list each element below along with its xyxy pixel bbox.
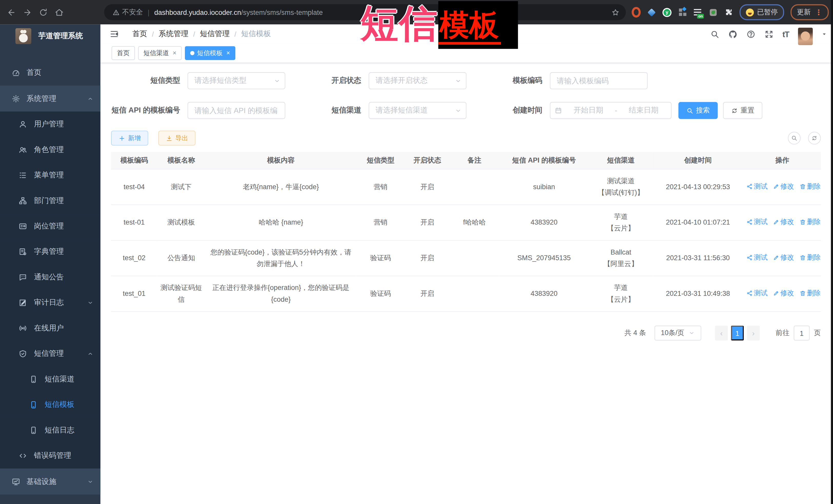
sidebar-item-role-management[interactable]: 角色管理	[0, 137, 100, 163]
extension-list-icon[interactable]: on	[693, 8, 702, 17]
修改-link[interactable]: 修改	[773, 216, 794, 228]
breadcrumb-item[interactable]: 首页	[132, 29, 147, 39]
cell-actions: 测试修改删除	[744, 276, 821, 311]
create-time-label: 创建时间	[467, 105, 550, 115]
修改-link[interactable]: 修改	[773, 252, 794, 264]
sidebar-item-dict-management[interactable]: 字典管理	[0, 239, 100, 264]
address-bar[interactable]: 不安全 | dashboard.yudao.iocoder.cn/system/…	[104, 4, 626, 20]
sidebar-item-notice-announcement[interactable]: 通知公告	[0, 265, 100, 290]
测试-link[interactable]: 测试	[746, 181, 768, 193]
create-time-range-picker[interactable]: 开始日期 - 结束日期	[550, 102, 672, 119]
font-size-icon[interactable]: tT	[783, 29, 789, 39]
extension-kite-icon[interactable]	[647, 8, 656, 17]
sidebar-item-dept-management[interactable]: 部门管理	[0, 188, 100, 214]
share-icon	[746, 183, 753, 190]
测试-link[interactable]: 测试	[746, 287, 768, 299]
search-button[interactable]: 搜索	[679, 102, 718, 119]
sidebar-item-home[interactable]: 首页	[0, 59, 100, 86]
api-template-id-input[interactable]	[188, 102, 285, 118]
active-tag-dot	[190, 51, 195, 55]
breadcrumb-item[interactable]: 系统管理	[159, 29, 188, 39]
删除-link[interactable]: 删除	[800, 252, 821, 264]
template-code-input[interactable]	[550, 73, 647, 89]
sidebar-item-system-management[interactable]: 系统管理	[0, 86, 100, 112]
sidebar-item-sms-log[interactable]: 短信日志	[0, 417, 100, 443]
address-separator: |	[148, 8, 149, 16]
cell-text: 测试下	[157, 175, 205, 199]
current-page-button[interactable]: 1	[731, 326, 744, 340]
export-button[interactable]: 导出	[158, 131, 195, 146]
user-avatar[interactable]	[798, 27, 813, 45]
refresh-table-button[interactable]	[808, 132, 821, 145]
sidebar-item-online-users[interactable]: 在线用户	[0, 316, 100, 341]
close-tag-icon[interactable]: ×	[227, 49, 230, 57]
goto-page-input[interactable]: 1	[794, 326, 810, 340]
tag-短信模板[interactable]: 短信模板×	[185, 46, 235, 60]
browser-forward-icon[interactable]	[23, 8, 32, 17]
sidebar-item-error-code-management[interactable]: 错误码管理	[0, 443, 100, 469]
sidebar-item-sms-template[interactable]: 短信模板	[0, 392, 100, 417]
trash-icon	[800, 219, 806, 225]
sidebar-item-post-management[interactable]: 岗位管理	[0, 214, 100, 239]
breadcrumb-item[interactable]: 短信管理	[200, 29, 230, 39]
page-size-select[interactable]: 10条/页	[654, 326, 701, 340]
sidebar-logo-row[interactable]: 芋道管理系统	[0, 24, 100, 48]
tag-label: 首页	[117, 49, 130, 58]
browser-update-chip[interactable]: 更新 ⋮	[790, 4, 829, 20]
sms-type-select[interactable]: 请选择短信类型	[187, 72, 285, 89]
next-page-button[interactable]: ›	[747, 326, 760, 340]
status-select[interactable]: 请选择开启状态	[369, 72, 467, 89]
sidebar-item-audit-log[interactable]: 审计日志	[0, 290, 100, 315]
修改-link[interactable]: 修改	[773, 181, 794, 193]
browser-profile-chip[interactable]: 已暂停	[739, 4, 784, 20]
app-frame: 芋道管理系统 首页系统管理用户管理角色管理菜单管理部门管理岗位管理字典管理通知公…	[0, 24, 833, 504]
api-template-id-field[interactable]	[187, 102, 285, 119]
cell-remark	[450, 240, 499, 276]
chevron-down-icon	[455, 77, 462, 84]
cell-text: 测试模板	[157, 211, 205, 234]
header-search-icon[interactable]	[710, 29, 719, 39]
bookmark-star-icon[interactable]	[612, 8, 619, 16]
sidebar-item-sms-channel[interactable]: 短信渠道	[0, 367, 100, 392]
add-button[interactable]: 新增	[111, 131, 148, 146]
browser-home-icon[interactable]	[55, 8, 64, 17]
sidebar-item-infrastructure[interactable]: 基础设施	[0, 469, 100, 495]
fullscreen-icon[interactable]	[764, 29, 773, 39]
close-tag-icon[interactable]: ×	[172, 49, 176, 57]
extensions-puzzle-icon[interactable]	[724, 8, 733, 17]
extension-y-icon[interactable]: y	[663, 8, 671, 17]
extension-grid-icon[interactable]	[678, 8, 687, 17]
sidebar-item-sms-management[interactable]: 短信管理	[0, 341, 100, 366]
browser-menu-icon[interactable]: ⋮	[815, 8, 823, 17]
tag-短信渠道[interactable]: 短信渠道×	[138, 46, 182, 60]
gear-icon	[12, 94, 20, 103]
plus-icon	[118, 135, 125, 142]
github-icon[interactable]	[728, 29, 737, 39]
sidebar-item-user-management[interactable]: 用户管理	[0, 112, 100, 137]
sidebar-item-label: 首页	[27, 68, 42, 77]
avatar-caret-icon[interactable]	[822, 31, 827, 37]
sidebar-item-menu-management[interactable]: 菜单管理	[0, 163, 100, 188]
测试-link[interactable]: 测试	[746, 252, 768, 264]
删除-link[interactable]: 删除	[800, 181, 821, 193]
template-code-field[interactable]	[550, 72, 648, 89]
table-row: test_01测试验证码短信正在进行登录操作{operation}，您的验证码是…	[111, 276, 821, 311]
show-search-toggle-button[interactable]	[788, 132, 801, 145]
extension-ring-icon[interactable]	[632, 8, 641, 17]
测试-link[interactable]: 测试	[746, 216, 768, 228]
cell-api_id: suibian	[499, 169, 590, 205]
cell-actions: 测试修改删除	[744, 169, 821, 205]
extension-pen-icon[interactable]	[709, 8, 718, 17]
tag-首页[interactable]: 首页	[112, 46, 135, 60]
prev-page-button[interactable]: ‹	[715, 326, 728, 340]
help-icon[interactable]	[746, 29, 755, 39]
browser-reload-icon[interactable]	[39, 8, 48, 17]
browser-back-icon[interactable]	[7, 8, 16, 17]
修改-link[interactable]: 修改	[773, 287, 794, 299]
reset-button[interactable]: 重置	[723, 102, 762, 119]
channel-select[interactable]: 请选择短信渠道	[369, 102, 467, 119]
collapse-sidebar-icon[interactable]	[110, 29, 119, 39]
删除-link[interactable]: 删除	[800, 287, 821, 299]
api-template-id-label: 短信 API 的模板编号	[111, 105, 187, 115]
删除-link[interactable]: 删除	[800, 216, 821, 228]
